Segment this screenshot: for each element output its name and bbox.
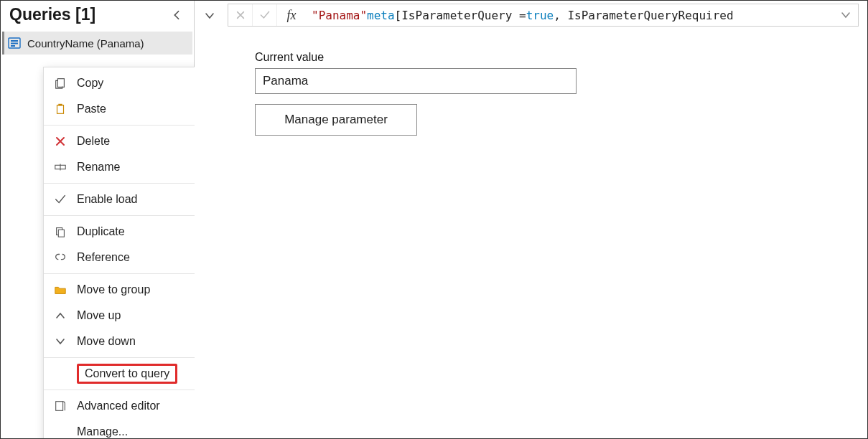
- step-dropdown-button[interactable]: [197, 5, 222, 27]
- svg-rect-9: [58, 230, 64, 237]
- query-item-countryname[interactable]: CountryName (Panama): [2, 32, 192, 55]
- chevron-down-icon: [204, 10, 215, 22]
- svg-rect-6: [58, 104, 62, 106]
- close-icon: [235, 10, 246, 20]
- rename-icon: [52, 159, 68, 175]
- svg-rect-3: [11, 45, 15, 47]
- fx-label: fx: [277, 8, 306, 23]
- current-value-input[interactable]: [255, 68, 577, 94]
- main-pane: fx "Panama" meta [IsParameterQuery = tru…: [195, 1, 867, 438]
- delete-icon: [52, 133, 68, 149]
- formula-text[interactable]: "Panama" meta [IsParameterQuery = true, …: [306, 9, 834, 22]
- check-icon: [52, 192, 68, 207]
- chevron-down-icon: [52, 334, 68, 349]
- chevron-down-icon: [840, 9, 851, 21]
- paste-icon: [52, 101, 68, 117]
- reference-icon: [52, 250, 68, 265]
- cancel-edit-button[interactable]: [228, 4, 253, 26]
- svg-rect-1: [11, 40, 18, 42]
- check-icon: [259, 9, 271, 21]
- blank-icon: [52, 424, 68, 439]
- formula-bar[interactable]: fx "Panama" meta [IsParameterQuery = tru…: [228, 4, 859, 27]
- query-item-label: CountryName (Panama): [27, 37, 144, 49]
- current-value-label: Current value: [255, 51, 867, 64]
- expand-formula-button[interactable]: [834, 9, 858, 21]
- advanced-editor-icon: [52, 398, 68, 414]
- chevron-up-icon: [52, 308, 68, 324]
- folder-icon: [52, 282, 68, 298]
- queries-title: Queries [1]: [9, 5, 95, 24]
- copy-icon: [52, 75, 68, 91]
- svg-rect-2: [11, 43, 18, 44]
- commit-edit-button[interactable]: [253, 4, 277, 26]
- parameter-icon: [7, 36, 22, 50]
- chevron-left-icon: [172, 10, 182, 20]
- svg-rect-4: [57, 79, 64, 88]
- manage-parameter-button[interactable]: Manage parameter: [255, 104, 417, 136]
- svg-rect-10: [56, 402, 63, 411]
- collapse-sidebar-button[interactable]: [168, 6, 185, 24]
- svg-rect-5: [57, 105, 64, 114]
- blank-icon: [52, 366, 68, 382]
- duplicate-icon: [52, 224, 68, 240]
